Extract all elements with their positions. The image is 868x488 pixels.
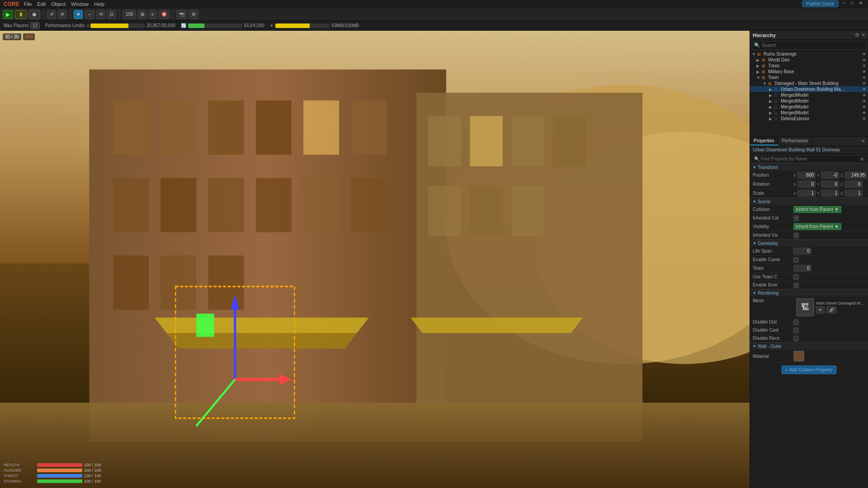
stop-button[interactable]: ⏺ [28,10,40,19]
scale-y-input[interactable] [821,190,839,197]
tree-eye-icon[interactable]: 👁 [862,70,866,74]
tree-label: Military Base [768,69,861,74]
tree-eye-icon[interactable]: 👁 [862,111,866,115]
toolbar-view[interactable]: ≡ [149,10,157,19]
pos-y-input[interactable] [821,172,839,178]
section-gameplay[interactable]: ▼ Gameplay [750,239,868,247]
mesh-edit-btn[interactable]: ✏ [816,306,825,314]
section-wall-outer[interactable]: ▼ Wall - Outer [750,343,868,350]
menu-help[interactable]: Help [94,1,104,7]
tree-eye-icon[interactable]: 👁 [862,93,866,98]
tree-eye-icon[interactable]: 👁 [862,58,866,62]
toolbar-settings[interactable]: ⚙ [189,10,198,19]
rot-y-input[interactable] [821,181,839,188]
tree-item-merged4[interactable]: ▶ □ MergedModel 👁 [750,110,868,116]
pos-x-input[interactable] [797,172,816,178]
disable-dist-checkbox[interactable] [793,319,799,325]
props-panel-close[interactable]: ✕ [859,137,868,145]
enable-ener-checkbox[interactable] [793,282,799,288]
tab-properties[interactable]: Properties [750,137,778,145]
minimize-button[interactable]: ─ [840,0,847,7]
tree-eye-icon[interactable]: 👁 [862,99,866,103]
pos-z-input[interactable] [844,172,867,178]
hierarchy-filter-icon[interactable]: ⚙ [855,32,859,38]
add-custom-property-button[interactable]: + Add Custom Property [782,366,837,374]
toolbar-snap[interactable]: 150 [123,10,136,19]
hierarchy-search-input[interactable] [762,43,864,48]
pause-button[interactable]: ⏸ [15,10,27,19]
rot-z-input[interactable] [844,181,863,188]
disable-cast-checkbox[interactable] [793,328,799,333]
toolbar-undo[interactable]: ↺ [47,10,56,19]
tree-item-debris[interactable]: ▶ □ DebrisExterior 👁 [750,116,868,122]
use-team-checkbox[interactable] [793,274,799,280]
disable-rece-checkbox[interactable] [793,336,799,341]
toolbar-camera[interactable]: 🎯 [159,10,170,19]
viewport[interactable]: 30 / 30 900 HEALTH 100 / 100 HUNGER 100 … [0,31,750,488]
tree-eye-icon[interactable]: 👁 [862,117,866,121]
tree-eye-icon[interactable]: 👁 [862,52,866,56]
section-scene[interactable]: ▼ Scene [750,198,868,205]
tree-mesh-icon: □ [774,99,780,103]
hierarchy-close-icon[interactable]: ✕ [861,32,865,38]
play-button[interactable]: ▶ [3,10,13,19]
section-transform[interactable]: ▼ Transform [750,164,868,171]
toolbar-rotate[interactable]: ⟲ [96,10,105,19]
toolbar-grid[interactable]: ⊞ [138,10,147,19]
menu-file[interactable]: File [24,1,32,7]
menu-edit[interactable]: Edit [37,1,46,7]
perf-icon-3: ▼ [270,23,274,28]
max-players-value[interactable]: 12 [30,22,40,29]
rotation-label: Rotation [753,182,793,187]
perf-refresh-icon[interactable]: 🔄 [181,23,186,28]
tree-eye-icon[interactable]: 👁 [862,81,866,86]
inherited-vis-checkbox[interactable] [793,233,799,238]
toolbar-screenshot[interactable]: 📷 [176,10,187,19]
section-rendering[interactable]: ▼ Rendering [750,289,868,296]
team-input[interactable] [793,265,811,272]
toolbar-scale[interactable]: ⊡ [107,10,116,19]
tree-item-merged2[interactable]: ▶ □ MergedModel 👁 [750,98,868,104]
toolbar-translate[interactable]: ↔ [85,10,94,19]
mesh-link-btn[interactable]: 🔗 [826,306,837,314]
tree-item-merged3[interactable]: ▶ □ MergedModel 👁 [750,104,868,110]
perf-value-1: 20,857/30,000 [146,23,175,28]
tree-item-urban[interactable]: ▶ □ Urban Downtown Building Wa... 👁 [750,86,868,92]
tree-item-merged1[interactable]: ▶ □ MergedModel 👁 [750,92,868,98]
close-button[interactable]: ✕ [857,0,864,7]
scale-x-input[interactable] [797,190,816,197]
find-property-bar[interactable]: 🔍 ⊞ [752,155,866,163]
publish-game-button[interactable]: Publish Game [802,0,839,7]
menu-object[interactable]: Object [51,1,66,7]
tree-item-town[interactable]: ▼ ⊞ Town 👁 [750,75,868,80]
menu-window[interactable]: Window [71,1,89,7]
tree-item-ruins[interactable]: ▼ ⊞ Ruins Scavenge 👁 [750,51,868,57]
tree-label: Urban Downtown Building Wa... [781,87,861,92]
tree-eye-icon[interactable]: 👁 [862,105,866,109]
tree-eye-icon[interactable]: 👁 [862,87,866,92]
find-property-input[interactable] [761,156,860,161]
tree-item-damaged[interactable]: ▼ ⊞ Damaged - Main Street Building 👁 [750,80,868,86]
tree-item-worldgeo[interactable]: ▶ ⊞ World Geo 👁 [750,57,868,63]
rot-x-input[interactable] [797,181,816,188]
material-swatch[interactable] [793,351,804,361]
tree-eye-icon[interactable]: 👁 [862,75,866,80]
scale-z-input[interactable] [844,190,863,197]
toolbar-select[interactable]: ✥ [74,10,83,19]
enable-cam-checkbox[interactable] [793,257,799,263]
hud-score: 900 [23,33,35,40]
visibility-dropdown[interactable]: Inherit from Parent ▼ [793,223,841,230]
maximize-button[interactable]: □ [849,0,855,7]
tab-performance[interactable]: Performance [778,137,812,145]
find-prop-btn[interactable]: ⊞ [860,157,864,161]
inherited-col-checkbox[interactable] [793,216,799,221]
perf-item-3: ▼ 63MB/100MB [270,23,359,28]
tree-eye-icon[interactable]: 👁 [862,64,866,68]
collision-dropdown[interactable]: Inherit from Parent ▼ [793,206,841,213]
tree-item-trees[interactable]: ▶ ⊞ Trees 👁 [750,63,868,69]
hierarchy-search[interactable]: 🔍 [752,41,866,50]
mesh-value-container: 🏗 Main Street Damaged W... ✏ 🔗 [796,298,864,316]
toolbar-redo[interactable]: ⟳ [58,10,67,19]
lifespan-input[interactable] [793,248,811,254]
tree-item-military[interactable]: ▶ ⊞ Military Base 👁 [750,69,868,75]
